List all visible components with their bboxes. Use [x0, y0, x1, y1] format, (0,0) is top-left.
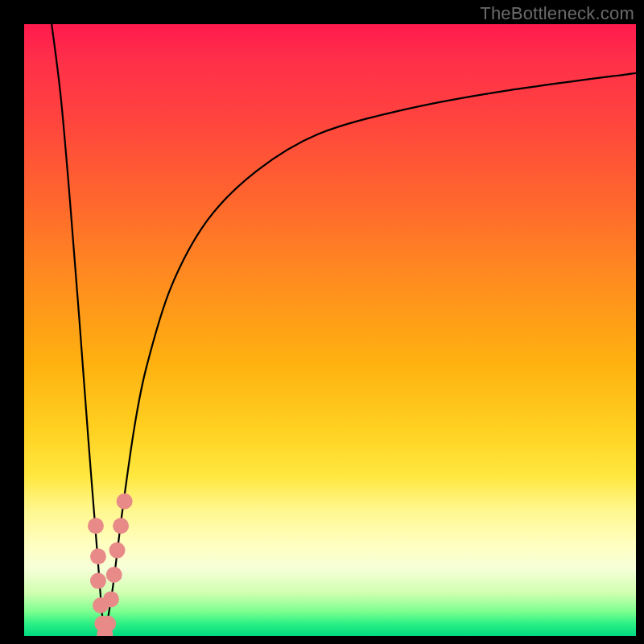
marker-dot — [90, 548, 106, 564]
marker-dot — [109, 543, 126, 559]
series-layer — [52, 24, 636, 636]
marker-dot — [117, 493, 133, 510]
chart-frame: TheBottleneck.com — [0, 0, 644, 644]
plot-area — [24, 24, 636, 636]
marker-dot — [113, 518, 129, 534]
marker-dot — [88, 518, 104, 534]
marker-dot — [103, 591, 119, 607]
watermark-text: TheBottleneck.com — [480, 3, 634, 24]
marker-dot — [100, 616, 116, 632]
chart-svg — [24, 24, 636, 636]
marker-dot — [90, 573, 106, 589]
curve-right-branch — [105, 73, 636, 636]
curve-left-branch — [52, 24, 105, 636]
marker-dot — [106, 567, 122, 583]
